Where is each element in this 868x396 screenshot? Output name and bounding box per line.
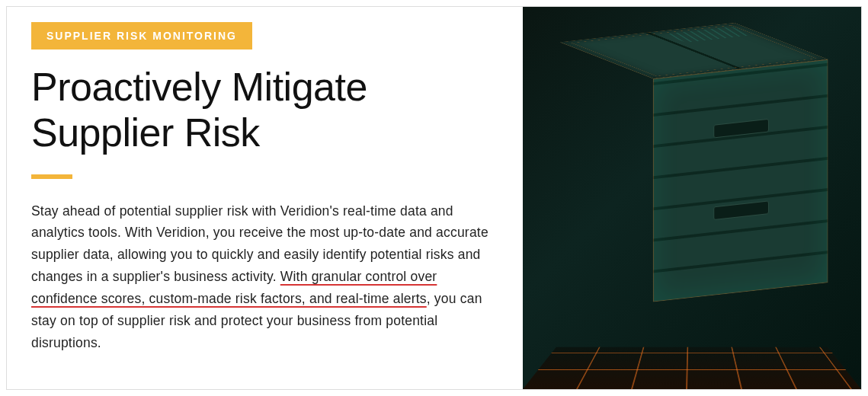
category-badge: SUPPLIER RISK MONITORING — [31, 22, 252, 50]
illustration-floor-grid — [523, 347, 861, 389]
headline: Proactively Mitigate Supplier Risk — [31, 65, 501, 156]
feature-card: SUPPLIER RISK MONITORING Proactively Mit… — [6, 6, 862, 390]
hero-illustration — [523, 7, 861, 389]
accent-divider — [31, 174, 72, 179]
content-pane: SUPPLIER RISK MONITORING Proactively Mit… — [7, 7, 523, 389]
body-paragraph: Stay ahead of potential supplier risk wi… — [31, 200, 501, 354]
crate-front-face — [653, 59, 828, 302]
crate-top-text-lines — [664, 27, 752, 43]
illustration-crate — [607, 35, 835, 314]
